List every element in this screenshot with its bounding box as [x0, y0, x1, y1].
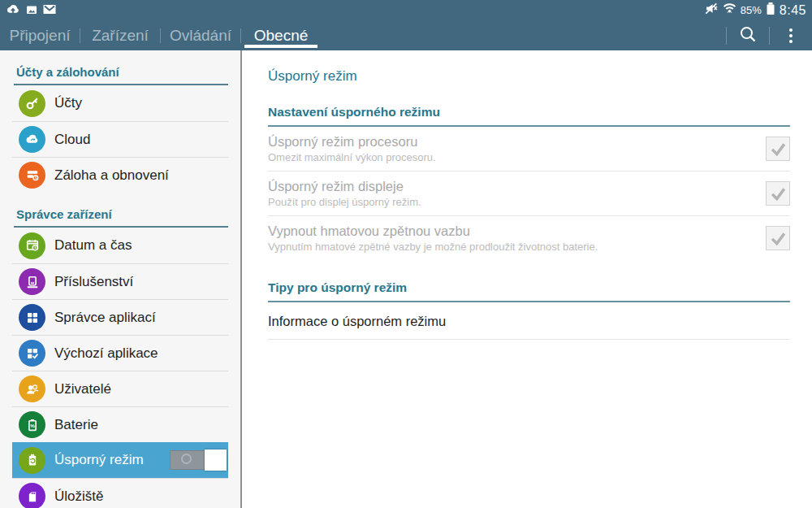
overflow-menu-icon [789, 28, 793, 43]
sidebar-section-header: Správce zařízení [0, 193, 240, 222]
clock-text: 8:45 [780, 3, 806, 18]
battery-percent-icon: % [19, 411, 45, 438]
toggle-knob[interactable] [205, 449, 227, 471]
system-status-icons: 85% 8:45 [705, 2, 806, 19]
settings-sidebar: Účty a zálohování Účty Cloud [0, 50, 242, 508]
sidebar-item-label: Úložiště [54, 488, 103, 505]
sidebar-item-label: Příslušenství [54, 274, 133, 290]
sidebar-section-header: Účty a zálohování [0, 50, 240, 80]
setting-row-info[interactable]: Informace o úsporném režimu [268, 302, 790, 340]
setting-title: Úsporný režim displeje [268, 178, 753, 194]
checkbox-checked-disabled[interactable] [766, 226, 790, 250]
sidebar-item-label: Uživatelé [54, 381, 111, 397]
users-icon [19, 376, 45, 402]
page-title: Úsporný režim [268, 68, 790, 85]
section-header-nastaveni: Nastavení úsporného režimu [268, 105, 790, 119]
sidebar-item-spravce-aplikaci[interactable]: Správce aplikací [12, 299, 228, 335]
setting-title: Informace o úsporném režimu [268, 313, 777, 329]
sidebar-item-prislusenstvi[interactable]: Příslušenství [12, 263, 228, 299]
content-panel: Úsporný režim Nastavení úsporného režimu… [242, 50, 812, 508]
sidebar-item-label: Účty [54, 95, 82, 111]
dock-icon [19, 268, 45, 295]
section-header-tipy: Tipy pro úsporný režim [268, 280, 790, 295]
sidebar-item-usporny-rezim[interactable]: Úsporný režim [12, 442, 228, 478]
sidebar-item-zaloha[interactable]: Záloha a obnovení [12, 157, 228, 193]
mute-icon [705, 2, 719, 18]
overflow-menu-button[interactable] [770, 20, 812, 50]
sidebar-item-label: Správce aplikací [54, 310, 156, 326]
checkbox-checked-disabled[interactable] [766, 137, 790, 161]
setting-subtitle: Použít pro displej úsporný režim. [268, 196, 753, 209]
power-saving-toggle[interactable] [170, 450, 227, 470]
gmail-icon [43, 3, 56, 18]
tab-zarizeni[interactable]: Zařízení [80, 20, 160, 50]
backup-restore-icon [19, 162, 45, 189]
sidebar-item-label: Baterie [54, 417, 98, 433]
svg-text:%: % [30, 423, 35, 428]
sidebar-item-ucty[interactable]: Účty [12, 85, 228, 121]
sidebar-item-uzivatele[interactable]: Uživatelé [12, 371, 228, 406]
cloud-icon [19, 126, 45, 153]
search-icon [739, 25, 757, 46]
sidebar-item-baterie[interactable]: % Baterie [12, 406, 228, 442]
cloud-upload-icon [6, 2, 20, 18]
search-button[interactable] [727, 20, 769, 50]
setting-title: Úsporný režim procesoru [268, 133, 753, 150]
setting-subtitle: Omezit maximální výkon procesoru. [268, 151, 753, 164]
toggle-off-ring [181, 454, 192, 464]
tab-ovladani[interactable]: Ovládání [161, 20, 240, 50]
sidebar-item-uloziste[interactable]: Úložiště [12, 478, 228, 508]
setting-title: Vypnout hmatovou zpětnou vazbu [268, 223, 753, 239]
tab-pripojeni[interactable]: Připojení [0, 20, 80, 50]
notification-icons [6, 2, 56, 18]
sidebar-item-label: Datum a čas [54, 237, 132, 254]
battery-icon [766, 2, 775, 19]
sidebar-item-label: Záloha a obnovení [54, 167, 169, 184]
sidebar-item-label: Výchozí aplikace [54, 345, 158, 362]
sidebar-item-vychozi-aplikace[interactable]: Výchozí aplikace [12, 335, 228, 371]
checkbox-checked-disabled[interactable] [766, 181, 790, 206]
setting-row-display[interactable]: Úsporný režim displeje Použít pro disple… [268, 172, 790, 216]
sidebar-item-cloud[interactable]: Cloud [12, 121, 228, 157]
power-saving-icon [19, 447, 45, 474]
screenshot-icon [26, 3, 37, 18]
key-icon [19, 90, 45, 117]
wifi-icon [723, 2, 736, 18]
calendar-clock-icon [19, 232, 45, 259]
settings-tab-bar: Připojení Zařízení Ovládání Obecné [0, 20, 812, 50]
battery-percent-text: 85% [741, 4, 762, 16]
sidebar-item-datum-cas[interactable]: Datum a čas [12, 228, 228, 263]
status-bar: 85% 8:45 [0, 0, 812, 20]
tab-obecne[interactable]: Obecné [241, 20, 321, 50]
sd-card-icon [19, 483, 45, 508]
setting-subtitle: Vypnutím hmatové zpětné vazby je možné p… [268, 241, 753, 254]
sidebar-item-label: Úsporný režim [54, 452, 144, 468]
sidebar-item-label: Cloud [54, 132, 90, 148]
setting-row-haptic[interactable]: Vypnout hmatovou zpětnou vazbu Vypnutím … [268, 216, 790, 260]
default-apps-icon [19, 340, 45, 367]
app-grid-icon [19, 304, 45, 331]
setting-row-cpu[interactable]: Úsporný režim procesoru Omezit maximální… [268, 127, 790, 172]
